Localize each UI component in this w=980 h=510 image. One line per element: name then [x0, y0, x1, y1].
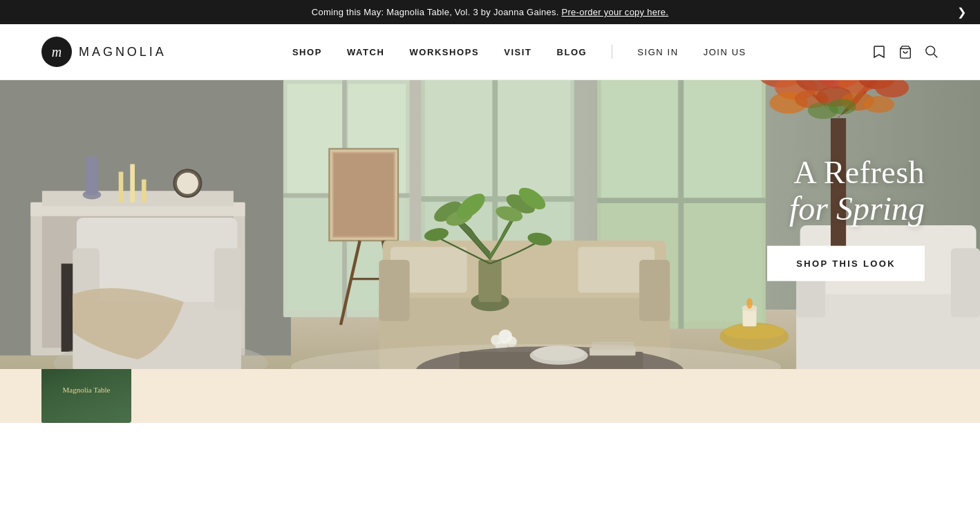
svg-rect-83	[951, 248, 980, 317]
book-title: Magnolia Table	[63, 385, 111, 395]
bookmark-icon[interactable]	[872, 44, 886, 59]
svg-rect-23	[214, 248, 241, 310]
book-cover: Magnolia Table	[41, 369, 131, 423]
svg-rect-13	[130, 164, 135, 202]
svg-rect-55	[379, 260, 409, 321]
header-icons	[872, 44, 939, 59]
svg-point-98	[829, 99, 856, 114]
svg-rect-50	[597, 198, 766, 203]
svg-line-2	[934, 54, 937, 57]
nav-join-us[interactable]: JOIN US	[704, 47, 746, 57]
svg-rect-43	[421, 196, 574, 202]
search-icon[interactable]	[925, 45, 939, 59]
logo[interactable]: m MAGNOLIA	[41, 37, 167, 67]
logo-wordmark: MAGNOLIA	[79, 45, 167, 59]
secondary-section: Magnolia Table	[0, 369, 980, 423]
nav-divider	[612, 45, 612, 59]
nav-watch[interactable]: WATCH	[347, 47, 385, 57]
svg-rect-46	[683, 80, 762, 198]
announcement-text: Coming this May: Magnolia Table, Vol. 3 …	[312, 7, 559, 17]
svg-rect-38	[425, 80, 494, 198]
nav-workshops[interactable]: WORKSHOPS	[409, 47, 479, 57]
svg-rect-14	[142, 180, 147, 202]
header: m MAGNOLIA SHOP WATCH WORKSHOPS VISIT BL…	[0, 24, 980, 80]
svg-rect-12	[119, 172, 124, 202]
svg-rect-49	[679, 80, 684, 329]
svg-rect-58	[478, 260, 501, 302]
hero-headline-line1: A Refresh	[767, 155, 925, 191]
logo-icon: m	[41, 37, 72, 67]
cart-icon[interactable]	[898, 44, 912, 59]
svg-rect-33	[334, 153, 393, 236]
book-mockup: Magnolia Table	[41, 369, 131, 423]
nav-sign-in[interactable]: SIGN IN	[637, 47, 678, 57]
announcement-arrow[interactable]: ❯	[957, 6, 966, 19]
nav-visit[interactable]: VISIT	[504, 47, 531, 57]
svg-rect-45	[601, 80, 678, 198]
nav-shop[interactable]: SHOP	[292, 47, 322, 57]
main-nav: SHOP WATCH WORKSHOPS VISIT BLOG SIGN IN …	[292, 45, 746, 59]
svg-rect-39	[498, 80, 570, 198]
svg-point-1	[926, 46, 935, 55]
hero-headline-line2: for Spring	[767, 190, 925, 227]
announcement-bar: Coming this May: Magnolia Table, Vol. 3 …	[0, 0, 980, 24]
hero-banner: A Refresh for Spring SHOP THIS LOOK	[0, 80, 980, 369]
svg-point-72	[491, 335, 502, 346]
svg-rect-16	[86, 156, 98, 194]
svg-point-96	[864, 96, 894, 113]
nav-blog[interactable]: BLOG	[557, 47, 587, 57]
svg-point-18	[177, 173, 198, 194]
svg-rect-56	[639, 260, 670, 321]
svg-point-79	[746, 298, 753, 309]
shop-this-look-button[interactable]: SHOP THIS LOOK	[767, 246, 925, 281]
hero-text-overlay: A Refresh for Spring SHOP THIS LOOK	[767, 155, 925, 281]
svg-rect-11	[42, 191, 234, 206]
svg-rect-76	[724, 325, 785, 339]
announcement-link[interactable]: Pre-order your copy here.	[562, 7, 669, 17]
